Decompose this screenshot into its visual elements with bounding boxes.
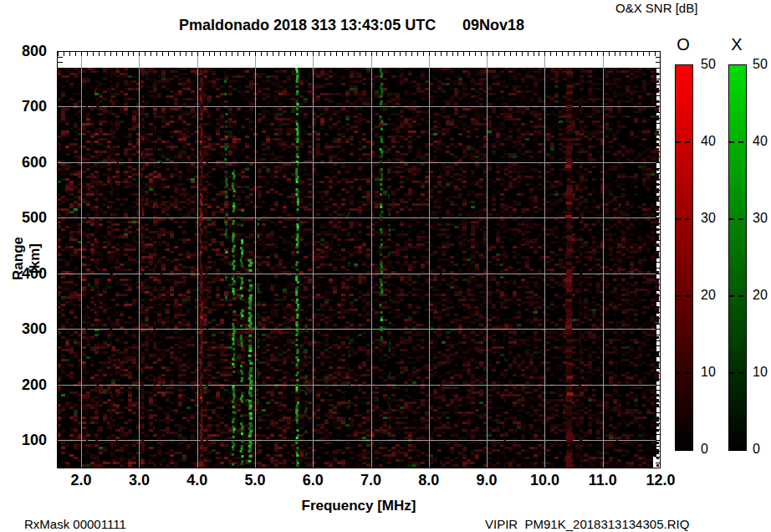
colorbar-x-header: X xyxy=(724,35,749,54)
colorbar-o-tick-label: 20 xyxy=(701,288,716,303)
colorbar-o-tick-mark xyxy=(685,295,690,297)
y-axis-label: Range [km] xyxy=(10,221,25,296)
colorbar-x-tick-label: 30 xyxy=(753,211,768,226)
colorbar-x-tick-label: 50 xyxy=(753,57,768,72)
y-tick-label: 800 xyxy=(0,43,47,59)
colorbar-x-tick-mark xyxy=(729,141,734,143)
colorbar-x-tick-mark xyxy=(729,218,734,220)
colorbar-o-tick-label: 0 xyxy=(701,442,708,457)
colorbar-o-tick-label: 30 xyxy=(701,211,716,226)
colorbar-o-header: O xyxy=(671,35,696,54)
colorbar-o-tick-mark xyxy=(685,141,690,143)
x-tick-label: 4.0 xyxy=(176,472,218,489)
colorbar-x-tick-mark xyxy=(729,295,734,297)
colorbar-o-tick-label: 40 xyxy=(701,134,716,149)
x-axis-label: Frequency [MHz] xyxy=(275,498,442,514)
data-file-label: VIPIR PM91K_2018313134305.RIQ xyxy=(485,517,689,531)
y-tick-label: 600 xyxy=(0,154,47,171)
colorbar-o-tick-mark xyxy=(676,218,681,220)
ionogram-heatmap xyxy=(57,51,661,468)
colorbar-title: O&X SNR [dB] xyxy=(615,1,697,15)
y-tick-label: 500 xyxy=(0,209,47,226)
x-tick-label: 2.0 xyxy=(60,472,102,489)
colorbar-x-tick-mark xyxy=(738,372,743,374)
colorbar-x-tick-mark xyxy=(738,295,743,297)
y-tick-label: 400 xyxy=(0,265,47,282)
y-tick-label: 700 xyxy=(0,98,47,115)
colorbar-x-tick-label: 10 xyxy=(753,365,768,380)
colorbar-o-tick-mark xyxy=(676,372,681,374)
y-tick-label: 100 xyxy=(0,432,47,448)
colorbar-x-tick-label: 20 xyxy=(753,288,768,303)
colorbar-x-tick-mark xyxy=(738,141,743,143)
x-tick-label: 6.0 xyxy=(292,472,334,489)
colorbar-o-tick-mark xyxy=(685,218,690,220)
colorbar-x-tick-label: 40 xyxy=(753,134,768,149)
y-tick-label: 300 xyxy=(0,320,47,337)
colorbar-x-tick-mark xyxy=(738,218,743,220)
page-title: Pmaldonado 2018 313 13:43:05 UTC xyxy=(179,17,436,34)
colorbar-o-gradient xyxy=(675,64,693,451)
colorbar-x-gradient xyxy=(728,64,747,451)
page-title-date: 09Nov18 xyxy=(462,17,524,34)
x-tick-label: 10.0 xyxy=(523,472,565,489)
colorbar-o-tick-mark xyxy=(685,372,690,374)
colorbar-o-tick-mark xyxy=(676,141,681,143)
ionogram-screen: Pmaldonado 2018 313 13:43:05 UTC 09Nov18… xyxy=(0,0,771,532)
x-tick-label: 7.0 xyxy=(350,472,392,489)
x-tick-label: 12.0 xyxy=(640,472,682,489)
y-tick-label: 200 xyxy=(0,376,47,393)
x-tick-label: 3.0 xyxy=(118,472,160,489)
x-tick-label: 8.0 xyxy=(408,472,450,489)
colorbar-o-tick-mark xyxy=(676,295,681,297)
x-tick-label: 5.0 xyxy=(234,472,276,489)
x-tick-label: 9.0 xyxy=(466,472,508,489)
colorbar-o-tick-label: 10 xyxy=(701,365,716,380)
colorbar-o-tick-label: 50 xyxy=(701,57,716,72)
rxmask-label: RxMask 00001111 xyxy=(24,517,126,531)
x-tick-label: 11.0 xyxy=(582,472,624,489)
colorbar-x-tick-label: 0 xyxy=(753,442,760,457)
colorbar-x-tick-mark xyxy=(729,372,734,374)
